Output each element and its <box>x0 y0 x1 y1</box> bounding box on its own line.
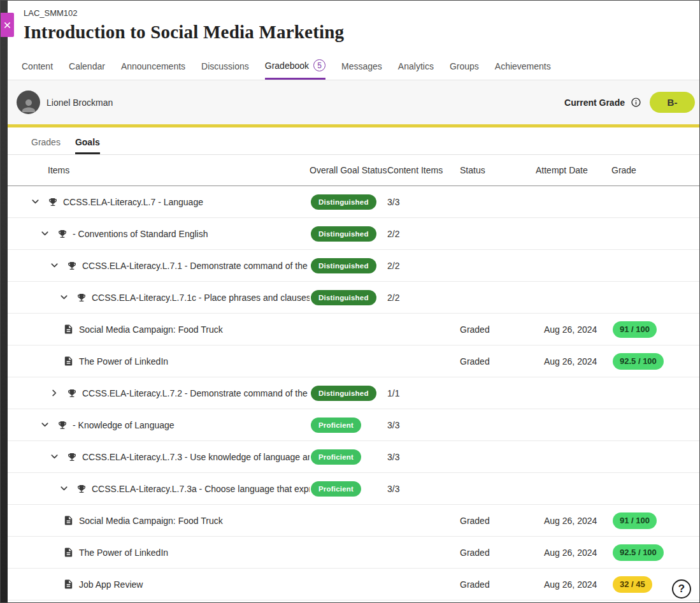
goal-status-pill: Proficient <box>311 418 361 433</box>
attempt-date: Aug 26, 2024 <box>544 516 597 526</box>
expand-row-button[interactable] <box>48 388 60 399</box>
chevron-down-icon <box>59 484 69 493</box>
tab-label: Announcements <box>121 61 185 71</box>
attempt-date: Aug 26, 2024 <box>544 324 597 335</box>
tab-achievements[interactable]: Achievements <box>495 55 551 80</box>
column-header-attempt-date: Attempt Date <box>536 165 611 175</box>
course-nav-tabs: ContentCalendarAnnouncementsDiscussionsG… <box>8 53 699 80</box>
content-items-count: 3/3 <box>387 420 399 430</box>
course-gradebook-screen: LAC_SMM102 Introduction to Social Media … <box>0 0 700 603</box>
goal-row: - Conventions of Standard EnglishDisting… <box>8 218 699 250</box>
status-cell: Graded <box>460 324 536 335</box>
column-header-items: Items <box>8 165 310 175</box>
row-name-cell: CCSS.ELA-Literacy.L.7.1 - Demonstrate co… <box>8 260 310 272</box>
content-items-count-cell: 3/3 <box>387 484 460 494</box>
collapse-row-button[interactable] <box>39 419 50 431</box>
column-header-overall-goal-status: Overall Goal Status <box>310 165 387 175</box>
collapse-row-button[interactable] <box>58 483 69 495</box>
goal-label: CCSS.ELA-Literacy.L.7.3 - Use knowledge … <box>82 452 310 462</box>
help-button[interactable]: ? <box>672 579 691 599</box>
chevron-down-icon <box>50 261 59 270</box>
tab-label: Achievements <box>495 61 551 71</box>
subtab-goals[interactable]: Goals <box>75 127 100 154</box>
collapse-row-button[interactable] <box>29 196 41 208</box>
tab-groups[interactable]: Groups <box>450 55 479 80</box>
tab-content[interactable]: Content <box>22 55 53 80</box>
row-name-cell: - Knowledge of Language <box>8 419 310 431</box>
attempt-date-cell: Aug 26, 2024 <box>536 516 611 526</box>
grade-cell: 91 / 100 <box>611 512 699 529</box>
content-item-link[interactable]: The Power of LinkedIn <box>79 548 168 558</box>
overall-grade-pill[interactable]: B- <box>650 92 695 113</box>
goal-label: - Conventions of Standard English <box>73 229 208 239</box>
chevron-right-icon <box>50 388 59 398</box>
goal-label: CCSS.ELA-Literacy.L.7.1 - Demonstrate co… <box>82 261 310 271</box>
course-title: Introduction to Social Media Marketing <box>24 22 684 43</box>
grade-cell: 91 / 100 <box>611 321 699 338</box>
goal-trophy-icon <box>67 388 77 398</box>
collapse-row-button[interactable] <box>48 451 60 463</box>
column-header-grade: Grade <box>611 165 699 175</box>
collapse-row-button[interactable] <box>39 228 50 240</box>
goal-trophy-icon <box>67 261 77 271</box>
row-name-cell: CCSS.ELA-Literacy.L.7.3a - Choose langua… <box>8 483 310 495</box>
goal-label: CCSS.ELA-Literacy.L.7 - Language <box>63 197 203 207</box>
content-item-link[interactable]: Job App Review <box>79 579 143 590</box>
grade-pill[interactable]: 91 / 100 <box>613 512 657 529</box>
close-panel-button[interactable] <box>1 13 14 37</box>
tab-label: Messages <box>341 61 382 71</box>
collapse-row-button[interactable] <box>48 260 60 272</box>
goal-trophy-icon <box>57 420 68 430</box>
student-name: Lionel Brockman <box>46 98 113 108</box>
grade-pill[interactable]: 91 / 100 <box>613 321 657 338</box>
content-item-link[interactable]: Social Media Campaign: Food Truck <box>79 516 223 526</box>
row-name-cell: Job App Review <box>8 579 310 590</box>
underlying-page-edge <box>1 1 8 602</box>
tab-gradebook[interactable]: Gradebook5 <box>265 53 325 80</box>
goal-row: CCSS.ELA-Literacy.L.7.3 - Use knowledge … <box>8 441 699 473</box>
goal-trophy-icon <box>76 484 87 494</box>
goal-row: CCSS.ELA-Literacy.L.7 - LanguageDistingu… <box>8 186 699 218</box>
goal-row: CCSS.ELA-Literacy.L.7.1c - Place phrases… <box>8 282 699 314</box>
row-name-cell: CCSS.ELA-Literacy.L.7 - Language <box>8 196 310 208</box>
content-items-count: 2/2 <box>387 261 399 271</box>
content-items-count-cell: 3/3 <box>387 197 460 207</box>
attempt-date-cell: Aug 26, 2024 <box>536 324 611 335</box>
column-header-status: Status <box>460 165 536 175</box>
status-text: Graded <box>460 548 490 558</box>
content-item-link[interactable]: The Power of LinkedIn <box>79 356 168 367</box>
overall-goal-status-cell: Proficient <box>310 449 387 465</box>
content-item-row: The Power of LinkedInGradedAug 26, 20249… <box>8 537 699 569</box>
subtab-grades[interactable]: Grades <box>31 127 61 154</box>
current-grade-label: Current Grade <box>564 98 625 108</box>
content-items-count-cell: 3/3 <box>387 452 460 462</box>
grade-pill[interactable]: 32 / 45 <box>613 576 652 593</box>
tab-messages[interactable]: Messages <box>341 55 382 80</box>
status-text: Graded <box>460 356 490 367</box>
tab-calendar[interactable]: Calendar <box>69 55 105 80</box>
content-item-link[interactable]: Social Media Campaign: Food Truck <box>79 324 223 335</box>
goal-label: CCSS.ELA-Literacy.L.7.3a - Choose langua… <box>92 484 310 494</box>
collapse-row-button[interactable] <box>58 292 69 303</box>
tab-announcements[interactable]: Announcements <box>121 55 185 80</box>
row-name-cell: Social Media Campaign: Food Truck <box>8 515 310 526</box>
avatar <box>17 91 40 114</box>
attempt-date-cell: Aug 26, 2024 <box>536 548 611 558</box>
status-text: Graded <box>460 516 490 526</box>
tab-analytics[interactable]: Analytics <box>398 55 434 80</box>
grade-pill[interactable]: 92.5 / 100 <box>613 353 664 370</box>
grade-cell: 92.5 / 100 <box>611 353 699 370</box>
close-icon <box>4 22 11 29</box>
goal-row: - Knowledge of LanguageProficient3/3 <box>8 409 699 441</box>
overall-goal-status-cell: Distinguished <box>310 290 387 305</box>
content-items-count: 2/2 <box>387 293 399 303</box>
goal-row: CCSS.ELA-Literacy.L.7.1 - Demonstrate co… <box>8 250 699 282</box>
goal-trophy-icon <box>57 229 68 239</box>
content-item-row: Social Media Campaign: Food TruckGradedA… <box>8 314 699 345</box>
status-text: Graded <box>460 579 490 590</box>
tab-discussions[interactable]: Discussions <box>201 55 249 80</box>
grade-pill[interactable]: 92.5 / 100 <box>613 544 664 561</box>
tab-label: Gradebook <box>265 61 309 71</box>
current-grade-info-button[interactable] <box>631 97 641 108</box>
overall-goal-status-cell: Distinguished <box>310 258 387 273</box>
